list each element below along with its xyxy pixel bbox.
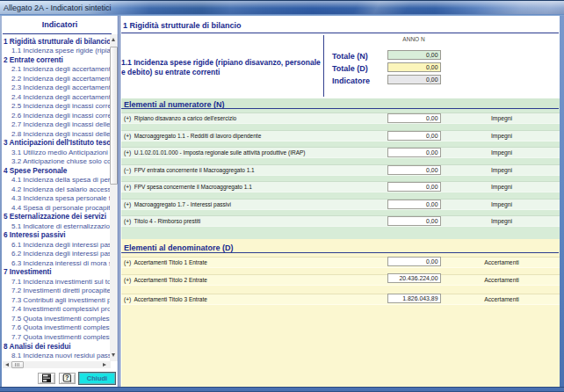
svg-text:?: ? <box>65 374 69 381</box>
